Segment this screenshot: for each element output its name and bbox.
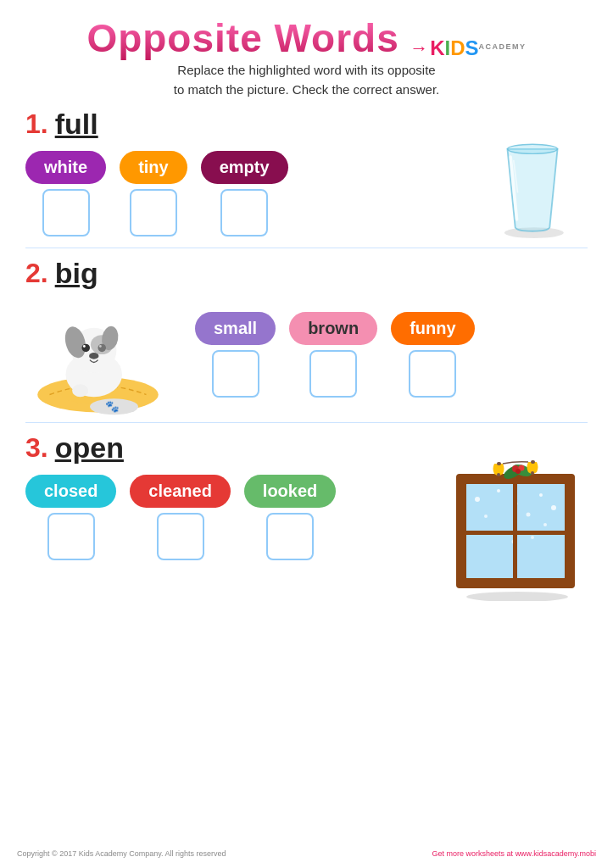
svg-rect-33 (513, 482, 517, 580)
question-1-word: full (55, 108, 98, 141)
option-cleaned-pill[interactable]: cleaned (130, 475, 230, 508)
logo-arrow: → (410, 37, 428, 59)
question-1-number: 1. (25, 108, 48, 140)
svg-point-10 (82, 344, 91, 353)
option-brown-checkbox[interactable] (309, 350, 357, 398)
option-small-checkbox[interactable] (212, 350, 259, 398)
svg-point-15 (91, 335, 114, 354)
option-brown: brown (289, 312, 377, 398)
option-small-pill[interactable]: small (195, 312, 276, 345)
option-tiny-checkbox[interactable] (130, 189, 177, 236)
option-looked-pill[interactable]: looked (244, 475, 336, 508)
window-svg (448, 457, 583, 601)
svg-point-25 (484, 515, 488, 518)
question-1-row: 1. full (25, 108, 588, 141)
question-3-content: closed cleaned looked (25, 470, 588, 597)
svg-point-44 (531, 471, 534, 475)
dog-svg: 🐾 (25, 287, 187, 422)
divider-1 (25, 248, 588, 248)
option-tiny-pill[interactable]: tiny (120, 151, 187, 184)
question-3-number: 3. (25, 432, 48, 464)
window-image (443, 461, 588, 597)
glass-image (477, 137, 588, 239)
option-empty: empty (201, 151, 288, 236)
svg-rect-41 (497, 462, 501, 465)
svg-point-17 (466, 592, 568, 601)
option-cleaned-checkbox[interactable] (157, 513, 204, 560)
option-cleaned: cleaned (130, 475, 230, 560)
question-2-word: big (55, 257, 98, 290)
glass-svg (490, 137, 575, 239)
svg-point-20 (475, 497, 480, 502)
option-looked: looked (244, 475, 336, 560)
svg-point-16 (72, 384, 88, 397)
option-funny-pill[interactable]: funny (391, 312, 474, 345)
footer-url: www.kidsacademy.mobi (515, 849, 596, 858)
question-3-options-and-checkboxes: closed cleaned looked (25, 470, 336, 560)
question-1-section: 1. full white tiny empty (25, 108, 588, 239)
svg-point-24 (551, 505, 556, 510)
page-title: Opposite Words (86, 15, 398, 61)
footer-website: Get more worksheets at www.kidsacademy.m… (432, 849, 596, 858)
header: Opposite Words → KIDS ACADEMY Replace th… (25, 15, 588, 99)
option-empty-pill[interactable]: empty (201, 151, 288, 184)
svg-point-23 (539, 493, 543, 497)
svg-text:🐾: 🐾 (105, 399, 120, 414)
svg-point-40 (515, 469, 521, 474)
svg-point-1 (507, 144, 557, 153)
question-2-section: 2. big 🐾 (25, 257, 588, 414)
question-3-word: open (55, 431, 124, 465)
logo-academy-text: ACADEMY (479, 42, 527, 51)
option-white-checkbox[interactable] (42, 189, 90, 236)
svg-rect-35 (456, 578, 575, 588)
question-2-row: 2. big (25, 257, 588, 290)
option-tiny: tiny (120, 151, 187, 236)
dog-image: 🐾 (25, 295, 187, 414)
option-empty-checkbox[interactable] (220, 189, 268, 236)
option-small: small (195, 312, 276, 398)
svg-point-27 (543, 523, 547, 526)
svg-point-21 (497, 489, 500, 492)
page: Opposite Words → KIDS ACADEMY Replace th… (0, 0, 613, 868)
option-funny-checkbox[interactable] (409, 350, 456, 398)
question-3-section: 3. open closed cleaned looked (25, 431, 588, 597)
svg-rect-43 (531, 460, 535, 464)
option-closed: closed (25, 475, 116, 560)
option-closed-pill[interactable]: closed (25, 475, 116, 508)
svg-point-11 (83, 345, 86, 348)
svg-point-26 (527, 513, 531, 517)
svg-point-42 (497, 473, 500, 476)
question-1-options: white tiny empty (25, 151, 288, 236)
question-2-options: small brown funny (195, 312, 475, 398)
question-2-content: 🐾 (25, 295, 588, 414)
question-3-options: closed cleaned looked (25, 475, 336, 560)
option-funny: funny (391, 312, 474, 398)
footer-copyright: Copyright © 2017 Kids Academy Company. A… (17, 849, 226, 858)
divider-2 (25, 422, 588, 423)
question-1-content: white tiny empty (25, 146, 588, 239)
option-white: white (25, 151, 106, 236)
question-2-number: 2. (25, 258, 48, 289)
subtitle: Replace the highlighted word with its op… (25, 61, 588, 99)
option-closed-checkbox[interactable] (47, 513, 95, 560)
footer: Copyright © 2017 Kids Academy Company. A… (0, 849, 613, 858)
option-looked-checkbox[interactable] (266, 513, 314, 560)
svg-point-14 (89, 353, 98, 359)
option-brown-pill[interactable]: brown (289, 312, 377, 345)
kids-academy-logo: → KIDS ACADEMY (410, 36, 526, 60)
svg-point-30 (531, 536, 534, 539)
option-white-pill[interactable]: white (25, 151, 106, 184)
